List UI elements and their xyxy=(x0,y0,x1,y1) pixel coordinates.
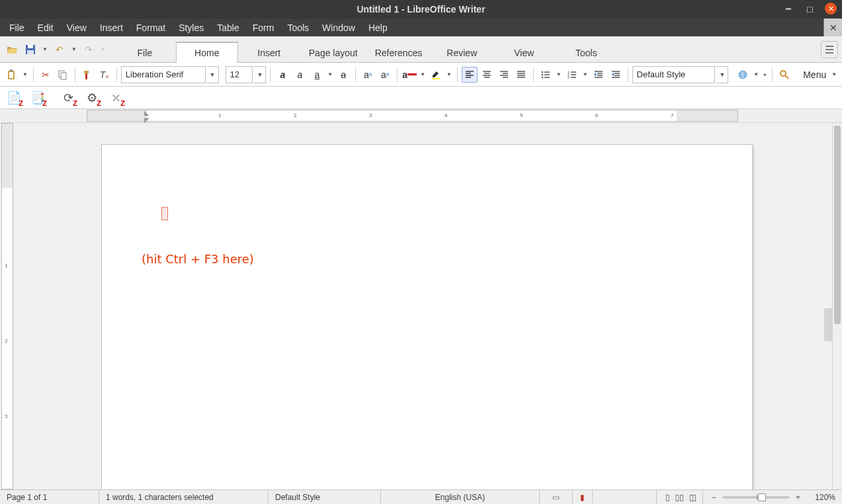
zotero-unlink-icon[interactable]: ⤫Z xyxy=(108,91,123,105)
increase-indent-icon[interactable] xyxy=(591,67,607,83)
font-color-icon[interactable]: a xyxy=(401,67,417,83)
page[interactable]: (hit Ctrl + F3 here) xyxy=(101,144,753,489)
notebook-menu-button[interactable] xyxy=(821,41,838,58)
tab-home[interactable]: Home xyxy=(176,42,238,63)
window-maximize-button[interactable]: ◻ xyxy=(804,3,816,15)
font-size-combo[interactable]: 12 xyxy=(226,66,253,83)
highlight-icon[interactable] xyxy=(428,67,444,83)
tab-tools[interactable]: Tools xyxy=(555,42,617,63)
number-list-icon[interactable]: 123 xyxy=(564,67,580,83)
underline-icon[interactable]: a xyxy=(309,67,325,83)
status-view-layout[interactable]: ▯ ▯▯ ◫ xyxy=(657,490,703,504)
bold-icon[interactable]: a xyxy=(274,67,290,83)
clear-formatting-icon[interactable]: T× xyxy=(97,67,112,83)
sidebar-toggle-handle[interactable] xyxy=(824,308,832,341)
zotero-prefs-icon[interactable]: ⚙Z xyxy=(85,91,99,105)
save-dropdown[interactable]: ▼ xyxy=(41,46,49,52)
status-selection-mode[interactable]: ▮ xyxy=(573,490,593,504)
book-view-icon[interactable]: ◫ xyxy=(687,493,698,502)
superscript-icon[interactable]: ab xyxy=(360,67,376,83)
tab-review[interactable]: Review xyxy=(431,42,493,63)
tab-insert[interactable]: Insert xyxy=(238,42,300,63)
toolbar-overflow[interactable]: ▸ xyxy=(763,71,768,77)
align-left-icon[interactable] xyxy=(462,67,478,83)
menu-file[interactable]: File xyxy=(3,19,31,36)
strikethrough-icon[interactable]: a xyxy=(335,67,351,83)
menu-insert[interactable]: Insert xyxy=(93,19,130,36)
status-zoom-value[interactable]: 120% xyxy=(809,490,842,504)
undo-icon[interactable]: ↶ xyxy=(52,42,67,58)
status-language[interactable]: English (USA) xyxy=(381,490,540,504)
status-word-count[interactable]: 1 words, 1 characters selected xyxy=(99,490,269,504)
bullet-list-dropdown[interactable]: ▼ xyxy=(555,71,563,77)
toolbar-menu-label[interactable]: Menu xyxy=(800,69,829,80)
decrease-indent-icon[interactable] xyxy=(608,67,624,83)
extension-toolbar: 📄Z 📑Z ⟳Z ⚙Z ⤫Z xyxy=(0,87,842,109)
menu-window[interactable]: Window xyxy=(316,19,362,36)
highlight-dropdown[interactable]: ▼ xyxy=(445,71,453,77)
tab-references[interactable]: References xyxy=(366,42,431,63)
tab-view[interactable]: View xyxy=(493,42,555,63)
status-insert-mode[interactable]: ▭ xyxy=(540,490,573,504)
italic-icon[interactable]: a xyxy=(292,67,308,83)
number-list-dropdown[interactable]: ▼ xyxy=(581,71,589,77)
svg-point-9 xyxy=(542,71,544,73)
font-name-dropdown[interactable]: ▼ xyxy=(207,66,219,83)
web-icon[interactable] xyxy=(735,67,751,83)
paste-dropdown[interactable]: ▼ xyxy=(21,71,29,77)
cut-icon[interactable]: ✂ xyxy=(38,67,54,83)
zoom-in-icon[interactable]: + xyxy=(794,493,802,502)
paste-icon[interactable] xyxy=(4,67,20,83)
menu-form[interactable]: Form xyxy=(246,19,281,36)
underline-dropdown[interactable]: ▼ xyxy=(326,71,334,77)
subscript-icon[interactable]: ab xyxy=(377,67,393,83)
status-page-style[interactable]: Default Style xyxy=(269,490,381,504)
menu-edit[interactable]: Edit xyxy=(31,19,60,36)
undo-dropdown[interactable]: ▼ xyxy=(70,46,78,52)
redo-icon[interactable]: ↷ xyxy=(81,42,97,58)
menu-help[interactable]: Help xyxy=(362,19,394,36)
scrollbar-thumb[interactable] xyxy=(834,126,841,324)
font-color-dropdown[interactable]: ▼ xyxy=(419,71,427,77)
redo-dropdown[interactable]: ▼ xyxy=(99,46,107,52)
paragraph-style-dropdown[interactable]: ▼ xyxy=(716,66,728,83)
zoom-slider[interactable] xyxy=(722,496,790,499)
status-page[interactable]: Page 1 of 1 xyxy=(0,490,99,504)
vertical-scrollbar[interactable] xyxy=(832,123,842,489)
zotero-refresh-icon[interactable]: ⟳Z xyxy=(61,91,75,105)
multi-page-icon[interactable]: ▯▯ xyxy=(673,493,686,502)
close-document-button[interactable]: ✕ xyxy=(823,19,842,36)
bullet-list-icon[interactable] xyxy=(538,67,554,83)
font-size-dropdown[interactable]: ▼ xyxy=(254,66,266,83)
menu-view[interactable]: View xyxy=(60,19,93,36)
align-right-icon[interactable] xyxy=(496,67,512,83)
menu-format[interactable]: Format xyxy=(130,19,172,36)
selection-mode-icon: ▮ xyxy=(578,493,587,502)
paragraph-style-combo[interactable]: Default Style xyxy=(632,66,716,83)
menu-table[interactable]: Table xyxy=(210,19,245,36)
window-close-button[interactable]: ✕ xyxy=(825,3,837,15)
menu-tools[interactable]: Tools xyxy=(280,19,316,36)
save-icon[interactable] xyxy=(22,42,38,58)
tab-page-layout[interactable]: Page layout xyxy=(300,42,366,63)
clone-formatting-icon[interactable] xyxy=(79,67,95,83)
document-canvas[interactable]: (hit Ctrl + F3 here) xyxy=(15,123,832,489)
web-dropdown[interactable]: ▼ xyxy=(752,71,760,77)
toolbar-menu-dropdown[interactable]: ▼ xyxy=(830,71,838,77)
align-center-icon[interactable] xyxy=(479,67,495,83)
window-minimize-button[interactable]: ━ xyxy=(782,3,794,15)
align-justify-icon[interactable] xyxy=(513,67,529,83)
vertical-ruler[interactable]: 1 2 3 xyxy=(1,123,13,489)
font-name-combo[interactable]: Liberation Serif xyxy=(121,66,206,83)
tab-file[interactable]: File xyxy=(114,42,176,63)
find-icon[interactable] xyxy=(777,67,792,83)
menu-styles[interactable]: Styles xyxy=(172,19,210,36)
single-page-icon[interactable]: ▯ xyxy=(663,493,672,502)
zotero-add-note-icon[interactable]: 📑Z xyxy=(30,91,45,105)
copy-icon[interactable] xyxy=(55,67,71,83)
zotero-add-citation-icon[interactable]: 📄Z xyxy=(7,91,21,105)
horizontal-ruler[interactable]: ◣ ◤ 1 2 3 4 5 6 7 xyxy=(87,110,738,122)
zoom-out-icon[interactable]: − xyxy=(710,493,718,502)
svg-point-11 xyxy=(542,76,544,78)
open-icon[interactable] xyxy=(4,42,20,58)
